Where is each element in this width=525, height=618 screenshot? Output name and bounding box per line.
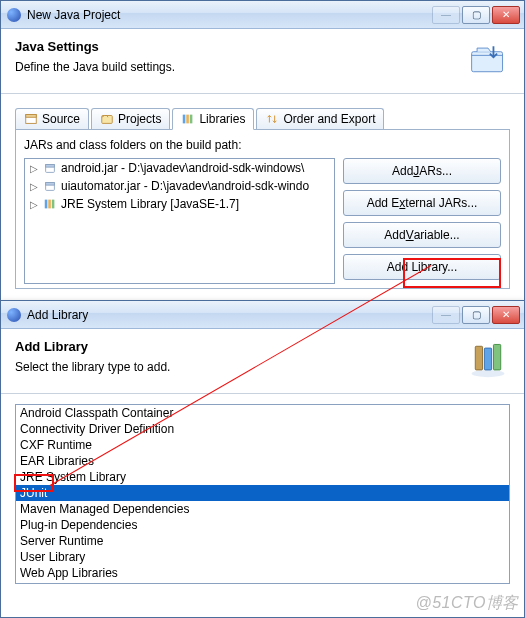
svg-rect-2	[26, 115, 37, 118]
tab-label: Libraries	[199, 112, 245, 126]
svg-rect-4	[183, 115, 186, 124]
svg-rect-16	[484, 348, 491, 370]
close-button[interactable]: ✕	[492, 306, 520, 324]
tree-item[interactable]: ▷ android.jar - D:\javadev\android-sdk-w…	[25, 159, 334, 177]
page-title: Java Settings	[15, 39, 458, 54]
svg-point-14	[472, 370, 505, 377]
svg-rect-11	[45, 200, 48, 209]
tab-libraries[interactable]: Libraries	[172, 108, 254, 130]
buildpath-label: JARs and class folders on the build path…	[24, 138, 501, 152]
svg-rect-13	[52, 200, 55, 209]
list-item-junit[interactable]: JUnit	[16, 485, 509, 501]
jar-icon	[43, 161, 57, 175]
source-icon	[24, 112, 38, 126]
libraries-icon	[181, 112, 195, 126]
add-external-jars-button[interactable]: Add External JARs...	[343, 190, 501, 216]
tree-item-label: android.jar - D:\javadev\android-sdk-win…	[61, 161, 304, 175]
add-variable-button[interactable]: Add Variable...	[343, 222, 501, 248]
add-library-button[interactable]: Add Library...	[343, 254, 501, 280]
svg-rect-17	[493, 344, 500, 369]
window-controls: — ▢ ✕	[432, 6, 520, 24]
library-icon	[43, 197, 57, 211]
expand-icon[interactable]: ▷	[29, 199, 39, 210]
window-title: Add Library	[27, 308, 432, 322]
tree-item-label: uiautomator.jar - D:\javadev\android-sdk…	[61, 179, 309, 193]
minimize-button[interactable]: —	[432, 306, 460, 324]
svg-rect-6	[190, 115, 193, 124]
add-jars-button[interactable]: Add JARs...	[343, 158, 501, 184]
tab-label: Projects	[118, 112, 161, 126]
books-icon	[466, 339, 510, 379]
list-item[interactable]: Plug-in Dependencies	[16, 517, 509, 533]
list-item[interactable]: Web App Libraries	[16, 565, 509, 581]
tree-item[interactable]: ▷ uiautomator.jar - D:\javadev\android-s…	[25, 177, 334, 195]
titlebar[interactable]: New Java Project — ▢ ✕	[1, 1, 524, 29]
svg-rect-5	[187, 115, 190, 124]
tab-label: Source	[42, 112, 80, 126]
library-type-list[interactable]: Android Classpath Container Connectivity…	[15, 404, 510, 584]
expand-icon[interactable]: ▷	[29, 181, 39, 192]
wizard-header: Java Settings Define the Java build sett…	[1, 29, 524, 94]
folder-icon	[466, 39, 510, 79]
projects-icon	[100, 112, 114, 126]
expand-icon[interactable]: ▷	[29, 163, 39, 174]
list-item[interactable]: Android Classpath Container	[16, 405, 509, 421]
eclipse-icon	[7, 8, 21, 22]
page-subtitle: Define the Java build settings.	[15, 60, 458, 74]
maximize-button[interactable]: ▢	[462, 6, 490, 24]
svg-rect-10	[46, 183, 55, 186]
buildpath-tree[interactable]: ▷ android.jar - D:\javadev\android-sdk-w…	[24, 158, 335, 284]
wizard-header: Add Library Select the library type to a…	[1, 329, 524, 394]
list-item[interactable]: Maven Managed Dependencies	[16, 501, 509, 517]
tab-projects[interactable]: Projects	[91, 108, 170, 129]
list-item[interactable]: CXF Runtime	[16, 437, 509, 453]
svg-rect-0	[472, 52, 503, 72]
list-item[interactable]: EAR Libraries	[16, 453, 509, 469]
tree-item[interactable]: ▷ JRE System Library [JavaSE-1.7]	[25, 195, 334, 213]
window-title: New Java Project	[27, 8, 432, 22]
tab-source[interactable]: Source	[15, 108, 89, 129]
tabs: Source Projects Libraries Order and Expo…	[1, 94, 524, 129]
list-item[interactable]: Server Runtime	[16, 533, 509, 549]
titlebar[interactable]: Add Library — ▢ ✕	[1, 301, 524, 329]
order-icon	[265, 112, 279, 126]
maximize-button[interactable]: ▢	[462, 306, 490, 324]
list-item[interactable]: Connectivity Driver Definition	[16, 421, 509, 437]
close-button[interactable]: ✕	[492, 6, 520, 24]
libraries-panel: JARs and class folders on the build path…	[15, 129, 510, 289]
tree-item-label: JRE System Library [JavaSE-1.7]	[61, 197, 239, 211]
button-column: Add JARs... Add External JARs... Add Var…	[343, 158, 501, 284]
svg-rect-8	[46, 165, 55, 168]
minimize-button[interactable]: —	[432, 6, 460, 24]
window-controls: — ▢ ✕	[432, 306, 520, 324]
tab-order-export[interactable]: Order and Export	[256, 108, 384, 129]
list-item[interactable]: JRE System Library	[16, 469, 509, 485]
svg-rect-12	[48, 200, 51, 209]
page-title: Add Library	[15, 339, 458, 354]
add-library-window: Add Library — ▢ ✕ Add Library Select the…	[0, 300, 525, 618]
page-subtitle: Select the library type to add.	[15, 360, 458, 374]
tab-label: Order and Export	[283, 112, 375, 126]
svg-rect-15	[475, 346, 482, 370]
eclipse-icon	[7, 308, 21, 322]
list-item[interactable]: User Library	[16, 549, 509, 565]
jar-icon	[43, 179, 57, 193]
